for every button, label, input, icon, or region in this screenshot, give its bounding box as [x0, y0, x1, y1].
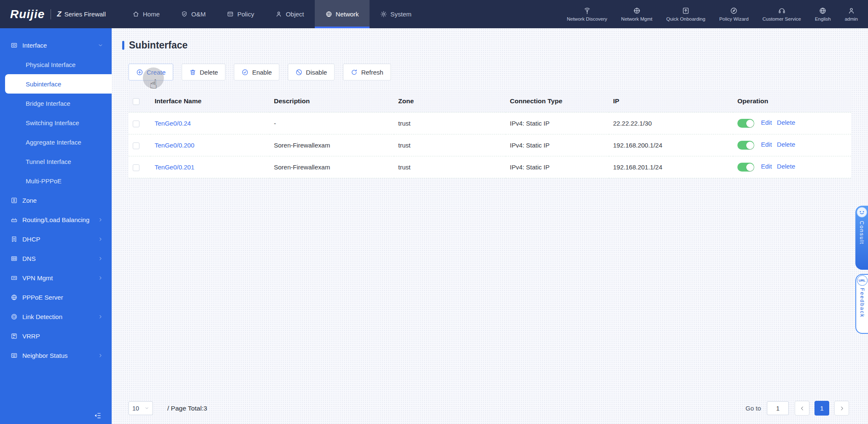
page-title: Subinterface: [122, 40, 868, 51]
utility-admin[interactable]: admin: [845, 7, 858, 21]
sidebar-subitem-subinterface[interactable]: Subinterface: [5, 74, 112, 94]
tab-home[interactable]: Home: [122, 0, 170, 28]
sidebar-item-routing-load-balancing[interactable]: Routing/Load Balancing: [0, 210, 112, 229]
sidebar-item-zone[interactable]: Zone: [0, 191, 112, 210]
row-checkbox[interactable]: [133, 164, 139, 171]
sidebar-menu: InterfacePhysical InterfaceSubinterfaceB…: [0, 28, 112, 365]
utility-policy-wizard[interactable]: Policy Wizard: [719, 7, 749, 21]
sidebar-item-link-detection[interactable]: Link Detection: [0, 307, 112, 326]
column-header-connection-type: Connection Type: [506, 90, 609, 113]
button-label: Refresh: [361, 69, 383, 76]
sidebar-item-vrrp[interactable]: VRRP: [0, 326, 112, 346]
sidebar-subitem-label: Subinterface: [26, 81, 61, 88]
select-all-checkbox[interactable]: [133, 98, 139, 105]
product-name: Series Firewall: [64, 11, 106, 18]
edit-action-link[interactable]: Edit: [761, 141, 772, 148]
toggle-knob: [746, 164, 754, 171]
status-toggle[interactable]: [737, 163, 754, 172]
tab-label: System: [391, 11, 412, 18]
cursor-hand-icon: ☝: [150, 77, 157, 91]
utility-network-mgmt[interactable]: Network Mgmt: [621, 7, 652, 21]
home-icon: [132, 11, 139, 18]
delete-action-link[interactable]: Delete: [777, 141, 795, 148]
onboarding-icon: [682, 7, 690, 15]
sidebar-subitem-aggregate-interface[interactable]: Aggregate Interface: [0, 132, 112, 152]
consult-avatar-icon: [856, 207, 868, 218]
row-checkbox[interactable]: [133, 121, 139, 127]
edit-action-link[interactable]: Edit: [761, 163, 772, 170]
delete-action-link[interactable]: Delete: [777, 119, 795, 126]
collapse-sidebar-button[interactable]: [93, 411, 102, 420]
prev-page-button[interactable]: [795, 401, 809, 416]
tab-system[interactable]: System: [370, 0, 422, 28]
goto-label: Go to: [745, 405, 761, 412]
title-accent-bar: [122, 41, 124, 50]
pagination-bar: 10 / Page Total:3 Go to 1: [129, 401, 849, 416]
topbar-utilities: Network DiscoveryNetwork MgmtQuick Onboa…: [567, 0, 868, 28]
target-icon: [11, 313, 18, 320]
utility-label: Quick Onboarding: [666, 16, 705, 21]
delete-action-link[interactable]: Delete: [777, 163, 795, 170]
tab-network[interactable]: Network: [315, 0, 370, 28]
interface-name-link[interactable]: TenGe0/0.200: [155, 142, 194, 149]
goto-page-input[interactable]: [767, 401, 789, 415]
edit-action-link[interactable]: Edit: [761, 119, 772, 126]
dhcp-icon: [11, 236, 18, 243]
page-size-select[interactable]: 10: [129, 401, 153, 415]
ip-cell: 192.168.200.1/24: [609, 134, 733, 156]
sidebar-item-interface[interactable]: Interface: [0, 35, 112, 55]
pagination-right: Go to 1: [745, 401, 849, 416]
person-icon: [275, 11, 282, 18]
connection-type-cell: IPv4: Static IP: [506, 113, 609, 134]
sidebar-item-label: PPPoE Server: [22, 294, 63, 301]
utility-english[interactable]: English: [815, 7, 831, 21]
zone-cell: trust: [394, 113, 506, 134]
sidebar-subitem-multi-pppoe[interactable]: Multi-PPPoE: [0, 171, 112, 191]
tab-o-m[interactable]: O&M: [170, 0, 216, 28]
chevron-left-icon: [799, 405, 805, 411]
status-toggle[interactable]: [737, 141, 754, 150]
chevron-right-icon: [98, 353, 103, 358]
url-feedback-widget[interactable]: URL Feedback: [855, 274, 868, 334]
status-toggle[interactable]: [737, 119, 754, 128]
sidebar-item-label: VRRP: [22, 333, 40, 340]
page-1-button[interactable]: 1: [814, 401, 829, 416]
sidebar-item-neighbor-status[interactable]: ARPNeighbor Status: [0, 346, 112, 365]
table-header-row: Interface NameDescriptionZoneConnection …: [129, 90, 851, 113]
sidebar-item-dns[interactable]: DNS: [0, 249, 112, 268]
interface-name-link[interactable]: TenGe0/0.24: [155, 120, 191, 127]
page-total-text: / Page Total:3: [167, 405, 207, 412]
sidebar-subitem-switching-interface[interactable]: Switching Interface: [0, 113, 112, 132]
sidebar-subitem-label: Aggregate Interface: [26, 139, 81, 146]
utility-quick-onboarding[interactable]: Quick Onboarding: [666, 7, 705, 21]
sidebar-item-label: Routing/Load Balancing: [22, 216, 89, 223]
disable-button[interactable]: Disable: [288, 64, 335, 81]
refresh-icon: [351, 69, 358, 76]
sidebar-subitem-bridge-interface[interactable]: Bridge Interface: [0, 94, 112, 113]
utility-label: Policy Wizard: [719, 16, 749, 21]
sidebar-item-pppoe-server[interactable]: PPPoE Server: [0, 287, 112, 307]
button-label: Enable: [252, 69, 272, 76]
utility-label: Network Mgmt: [621, 16, 652, 21]
consult-label: Consult: [859, 221, 865, 244]
sidebar-item-vpn-mgmt[interactable]: VPNVPN Mgmt: [0, 268, 112, 287]
sidebar-subitem-physical-interface[interactable]: Physical Interface: [0, 55, 112, 74]
sidebar-item-label: DHCP: [22, 236, 40, 243]
tab-object[interactable]: Object: [265, 0, 314, 28]
sidebar-item-dhcp[interactable]: DHCP: [0, 229, 112, 249]
utility-label: Customer Service: [763, 16, 801, 21]
sidebar-subitem-tunnel-interface[interactable]: Tunnel Interface: [0, 152, 112, 171]
next-page-button[interactable]: [834, 401, 849, 416]
consult-widget[interactable]: Consult: [855, 206, 868, 270]
refresh-button[interactable]: Refresh: [343, 64, 391, 81]
subinterface-table: Interface NameDescriptionZoneConnection …: [129, 90, 851, 178]
enable-button[interactable]: Enable: [234, 64, 279, 81]
delete-button[interactable]: Delete: [182, 64, 225, 81]
interface-name-link[interactable]: TenGe0/0.201: [155, 164, 194, 171]
tab-policy[interactable]: Policy: [216, 0, 265, 28]
routing-icon: [11, 216, 18, 223]
utility-network-discovery[interactable]: Network Discovery: [567, 7, 607, 21]
utility-customer-service[interactable]: Customer Service: [763, 7, 801, 21]
row-checkbox[interactable]: [133, 142, 139, 149]
chevron-right-icon: [839, 405, 845, 411]
